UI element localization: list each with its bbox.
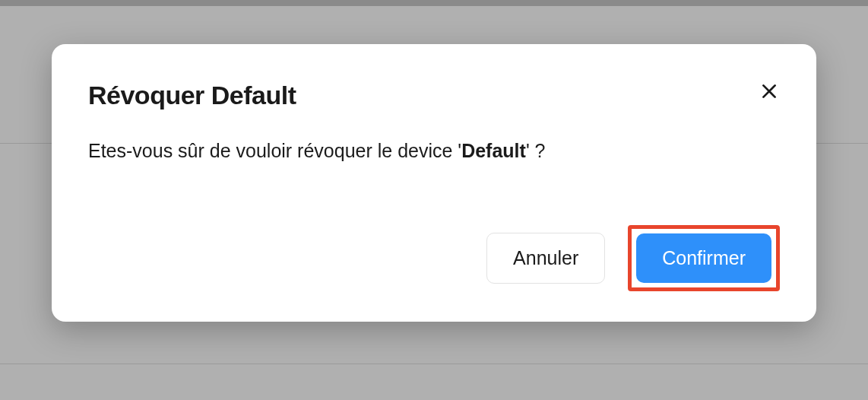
modal-body-device-name: Default	[461, 140, 526, 161]
modal-title: Révoquer Default	[88, 81, 296, 110]
close-button[interactable]	[756, 78, 783, 105]
modal-body: Etes-vous sûr de vouloir révoquer le dev…	[88, 138, 780, 164]
confirm-button[interactable]: Confirmer	[636, 233, 771, 283]
backdrop-divider	[0, 363, 868, 364]
revoke-modal: Révoquer Default Etes-vous sûr de vouloi…	[52, 44, 816, 322]
modal-footer: Annuler Confirmer	[88, 225, 780, 291]
confirm-highlight: Confirmer	[628, 225, 780, 291]
modal-body-suffix: ' ?	[526, 140, 546, 161]
cancel-button[interactable]: Annuler	[486, 233, 605, 284]
modal-header: Révoquer Default	[88, 81, 780, 110]
close-icon	[759, 81, 779, 101]
modal-body-prefix: Etes-vous sûr de vouloir révoquer le dev…	[88, 140, 461, 161]
